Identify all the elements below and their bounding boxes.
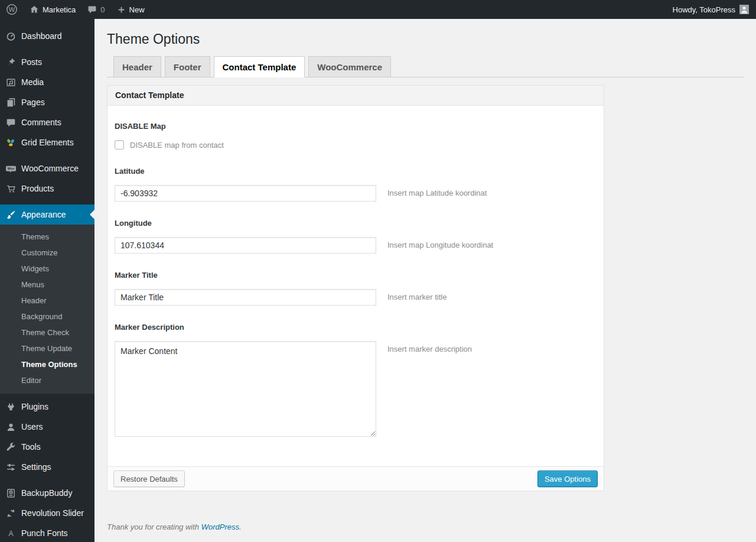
wrench-icon xyxy=(5,441,17,453)
sidebar-item-appearance[interactable]: Appearance xyxy=(0,205,94,225)
sidebar-item-grid-elements[interactable]: Grid Elements xyxy=(0,132,94,152)
menu-group-admin: Plugins Users Tools xyxy=(0,397,94,477)
sidebar-item-comments[interactable]: Comments xyxy=(0,112,94,132)
sidebar-item-posts[interactable]: Posts xyxy=(0,52,94,72)
sidebar-item-tools[interactable]: Tools xyxy=(0,437,94,457)
longitude-input[interactable] xyxy=(115,237,376,254)
admin-bar-left: W Marketica 0 xyxy=(0,0,151,19)
sidebar-item-users[interactable]: Users xyxy=(0,417,94,437)
restore-defaults-button[interactable]: Restore Defaults xyxy=(113,470,185,487)
menu-group-content: Posts Media Pages xyxy=(0,52,94,152)
field-control: Marker Content Insert marker description xyxy=(115,341,597,437)
sidebar-item-label: Appearance xyxy=(21,210,66,219)
thanks-suffix: . xyxy=(239,522,242,531)
site-name-link[interactable]: Marketica xyxy=(24,0,82,19)
avatar[interactable] xyxy=(739,5,749,14)
sidebar-item-label: WooCommerce xyxy=(21,164,79,173)
howdy-account-link[interactable]: Howdy, TokoPress xyxy=(673,5,735,14)
wordpress-link[interactable]: WordPress xyxy=(201,522,239,531)
brush-icon xyxy=(5,209,17,220)
panel-body: DISABLE Map DISABLE map from contact Lat… xyxy=(107,106,604,466)
tab-contact-template[interactable]: Contact Template xyxy=(214,56,305,77)
disable-map-field: DISABLE Map DISABLE map from contact xyxy=(115,122,597,150)
grid-elements-icon xyxy=(5,137,17,148)
sidebar-item-punch-fonts[interactable]: A Punch Fonts xyxy=(0,523,94,542)
latitude-input[interactable] xyxy=(115,185,376,202)
sidebar-subitem-themes[interactable]: Themes xyxy=(0,229,94,245)
woocommerce-icon: Woo xyxy=(5,163,17,174)
checkbox-row: DISABLE map from contact xyxy=(115,140,597,150)
sidebar-subitem-theme-update[interactable]: Theme Update xyxy=(0,340,94,356)
sidebar-item-label: Comments xyxy=(21,118,61,127)
svg-text:Woo: Woo xyxy=(7,167,14,170)
sidebar-item-media[interactable]: Media xyxy=(0,72,94,92)
field-label: Latitude xyxy=(115,167,597,176)
font-letter-icon: A xyxy=(5,527,17,539)
save-options-button[interactable]: Save Options xyxy=(537,470,598,487)
field-hint: Insert map Longitude koordinat xyxy=(387,237,493,249)
menu-group-dashboard: Dashboard xyxy=(0,26,94,46)
checkbox-label: DISABLE map from contact xyxy=(130,141,224,150)
marker-title-field: Marker Title Insert marker title xyxy=(115,271,597,306)
sidebar-item-revolution-slider[interactable]: Revolution Slider xyxy=(0,503,94,523)
media-icon xyxy=(5,76,17,88)
tab-bar: Header Footer Contact Template WooCommer… xyxy=(107,56,744,77)
comments-icon xyxy=(5,116,17,128)
sidebar-item-label: Plugins xyxy=(21,402,48,411)
sidebar-item-label: Posts xyxy=(21,57,42,67)
panel-title: Contact Template xyxy=(107,86,604,106)
svg-text:W: W xyxy=(9,6,15,13)
sidebar-subitem-widgets[interactable]: Widgets xyxy=(0,261,94,277)
settings-sliders-icon xyxy=(5,461,17,473)
field-label: Longitude xyxy=(115,219,597,228)
longitude-field: Longitude Insert map Longitude koordinat xyxy=(115,219,597,254)
sidebar-item-label: Dashboard xyxy=(21,31,62,41)
panel-footer: Restore Defaults Save Options xyxy=(107,466,604,491)
sidebar-item-woocommerce[interactable]: Woo WooCommerce xyxy=(0,158,94,178)
sidebar-subitem-editor[interactable]: Editor xyxy=(0,372,94,388)
sidebar-item-label: Settings xyxy=(21,462,51,472)
sidebar-item-dashboard[interactable]: Dashboard xyxy=(0,26,94,46)
sidebar-item-backupbuddy[interactable]: BackupBuddy xyxy=(0,483,94,503)
sidebar-item-pages[interactable]: Pages xyxy=(0,92,94,112)
marker-title-input[interactable] xyxy=(115,289,376,306)
pages-icon xyxy=(5,96,17,108)
sidebar-item-products[interactable]: Products xyxy=(0,178,94,199)
disable-map-checkbox[interactable] xyxy=(115,140,124,150)
sidebar-item-settings[interactable]: Settings xyxy=(0,457,94,477)
svg-text:A: A xyxy=(8,529,14,537)
field-control: Insert marker title xyxy=(115,289,597,306)
thanks-prefix: Thank you for creating with xyxy=(107,522,201,531)
tab-footer[interactable]: Footer xyxy=(165,56,210,77)
sidebar-subitem-customize[interactable]: Customize xyxy=(0,245,94,261)
comments-pending-link[interactable]: 0 xyxy=(82,0,110,19)
sidebar-item-plugins[interactable]: Plugins xyxy=(0,397,94,417)
sidebar-subitem-theme-check[interactable]: Theme Check xyxy=(0,324,94,340)
backup-drive-icon xyxy=(5,487,17,499)
admin-sidebar: Dashboard Posts Media xyxy=(0,19,94,542)
field-hint: Insert map Latitude koordinat xyxy=(387,185,487,197)
sidebar-subitem-background[interactable]: Background xyxy=(0,309,94,324)
page-title: Theme Options xyxy=(107,31,744,48)
sidebar-item-label: Revolution Slider xyxy=(21,508,84,518)
plus-icon xyxy=(117,5,126,14)
tab-header[interactable]: Header xyxy=(113,56,161,77)
sidebar-subitem-theme-options[interactable]: Theme Options xyxy=(0,356,94,372)
marker-description-field: Marker Description Marker Content Insert… xyxy=(115,323,597,437)
tab-woocommerce[interactable]: WooCommerce xyxy=(308,56,391,77)
new-content-menu[interactable]: New xyxy=(111,0,151,19)
sidebar-item-label: Products xyxy=(21,184,54,193)
marker-description-textarea[interactable]: Marker Content xyxy=(115,341,376,437)
admin-bar: W Marketica 0 xyxy=(0,0,756,19)
sidebar-subitem-header[interactable]: Header xyxy=(0,293,94,309)
contact-template-panel: Contact Template DISABLE Map DISABLE map… xyxy=(107,85,604,491)
comment-count: 0 xyxy=(100,5,105,14)
wordpress-menu[interactable]: W xyxy=(0,0,24,19)
main-content: Theme Options Header Footer Contact Temp… xyxy=(94,19,756,542)
pushpin-icon xyxy=(5,56,17,68)
menu-group-appearance: Appearance Themes Customize Widgets Menu… xyxy=(0,205,94,394)
home-icon xyxy=(30,5,39,14)
sidebar-subitem-menus[interactable]: Menus xyxy=(0,277,94,293)
field-control: Insert map Latitude koordinat xyxy=(115,185,597,202)
footer-thanks: Thank you for creating with WordPress. xyxy=(107,522,242,531)
